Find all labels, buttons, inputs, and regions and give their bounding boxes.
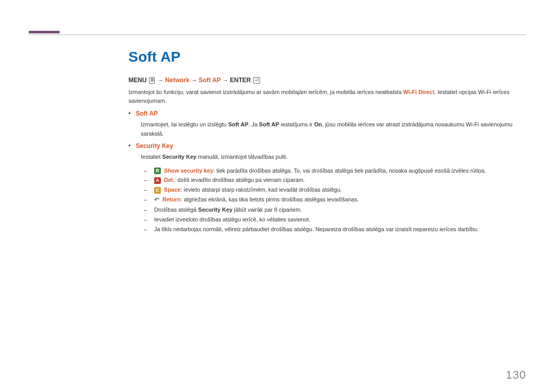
dash-icon: – <box>144 195 148 204</box>
del-label: Del. <box>164 177 174 183</box>
bullet-security-key: • Security Key <box>128 142 526 150</box>
page-title: Soft AP <box>128 49 526 65</box>
item-space: – C Space: ievieto atstarpi starp rakstz… <box>144 185 526 195</box>
bullet-dot-icon: • <box>128 142 131 150</box>
dash-icon: – <box>144 215 148 225</box>
page-content: Soft AP MENU Ⅲ → Network → Soft AP → ENT… <box>128 49 526 234</box>
item-return: – ↶ Return: atgriežas ekrānā, kas tika l… <box>144 195 526 205</box>
item-show-security-key: – B Show security key: tiek parādīta dro… <box>144 166 526 176</box>
arrow-icon: → <box>223 77 229 84</box>
item-min-chars: – Drošības atslēgā Security Key jābūt va… <box>144 205 526 215</box>
bullet-soft-ap: • Soft AP <box>128 110 526 117</box>
nav-network: Network <box>165 77 189 84</box>
enter-label: ENTER <box>230 77 251 84</box>
intro-paragraph: Izmantojot šo funkciju, varat savienot i… <box>128 88 526 105</box>
enter-icon: ⏎ <box>253 77 260 84</box>
dash-icon: – <box>144 166 148 176</box>
security-key-description: Iestatiet Security Key manuāli, izmantoj… <box>141 153 526 162</box>
dash-icon: – <box>144 175 148 185</box>
keycap-c-icon: C <box>154 187 161 194</box>
arrow-icon: → <box>191 77 197 84</box>
dash-icon: – <box>144 185 148 195</box>
item-network-check: – Ja tīkls nedarbojas normāli, vēlreiz p… <box>144 225 526 234</box>
intro-pre: Izmantojot šo funkciju, varat savienot i… <box>128 89 403 95</box>
wifi-direct-label: Wi-Fi Direct <box>403 89 434 95</box>
dash-icon: – <box>144 225 148 234</box>
space-label: Space <box>164 186 180 193</box>
soft-ap-description: Izmantojiet, lai ieslēgtu un izslēgtu So… <box>141 120 526 138</box>
keycap-b-icon: B <box>154 167 161 174</box>
breadcrumb: MENU Ⅲ → Network → Soft AP → ENTER ⏎ <box>128 77 526 84</box>
arrow-icon: → <box>157 77 163 84</box>
menu-icon: Ⅲ <box>149 77 155 84</box>
item-enter-key: – Ievadiet izveidoto drošības atslēgu ie… <box>144 215 526 225</box>
menu-label: MENU <box>128 77 146 84</box>
security-key-label: Security Key <box>136 142 173 150</box>
accent-bar <box>29 31 60 33</box>
header-rule <box>29 34 526 35</box>
nav-soft-ap: Soft AP <box>199 77 221 84</box>
soft-ap-label: Soft AP <box>136 110 158 117</box>
show-security-key-label: Show security key <box>164 167 213 174</box>
return-icon: ↶ <box>154 195 159 205</box>
return-label: Return <box>162 196 180 202</box>
item-del: – A Del.: dzēš ievadīto drošības atslēgu… <box>144 175 526 185</box>
bullet-dot-icon: • <box>128 110 131 117</box>
dash-icon: – <box>144 205 148 215</box>
keycap-a-icon: A <box>154 177 161 184</box>
page-number: 130 <box>506 368 526 382</box>
